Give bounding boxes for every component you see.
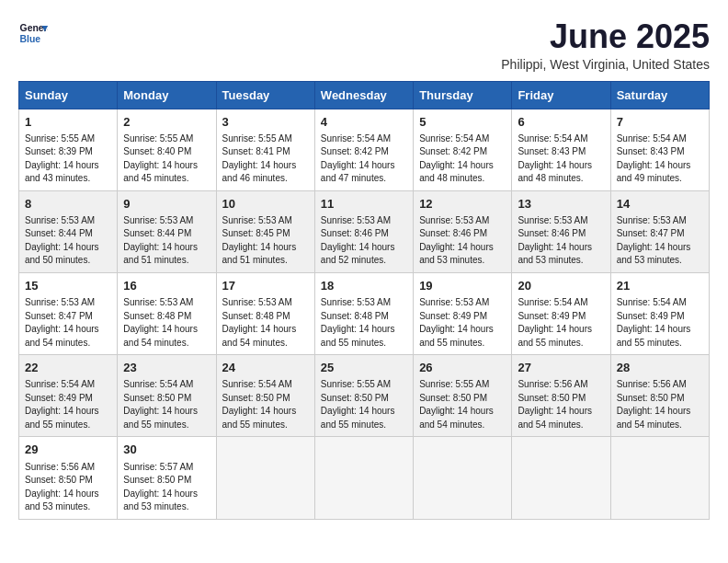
- logo-icon: General Blue: [18, 18, 48, 48]
- day-number: 1: [25, 114, 111, 131]
- table-row: 12Sunrise: 5:53 AMSunset: 8:46 PMDayligh…: [414, 190, 512, 272]
- table-row: [216, 437, 314, 519]
- day-number: 15: [25, 278, 111, 294]
- col-sunday: Sunday: [19, 81, 118, 109]
- col-thursday: Thursday: [414, 81, 512, 109]
- location: Philippi, West Virginia, United States: [501, 57, 710, 72]
- day-number: 16: [123, 278, 210, 294]
- col-friday: Friday: [512, 81, 610, 109]
- day-info: Sunrise: 5:53 AMSunset: 8:48 PMDaylight:…: [321, 296, 407, 350]
- table-row: 20Sunrise: 5:54 AMSunset: 8:49 PMDayligh…: [512, 272, 610, 354]
- day-number: 4: [321, 114, 407, 131]
- day-number: 25: [321, 360, 407, 376]
- table-row: 28Sunrise: 5:56 AMSunset: 8:50 PMDayligh…: [610, 355, 709, 437]
- calendar-week-row: 15Sunrise: 5:53 AMSunset: 8:47 PMDayligh…: [19, 272, 710, 354]
- table-row: 27Sunrise: 5:56 AMSunset: 8:50 PMDayligh…: [512, 355, 610, 437]
- day-number: 24: [222, 360, 309, 376]
- col-tuesday: Tuesday: [216, 81, 314, 109]
- day-info: Sunrise: 5:56 AMSunset: 8:50 PMDaylight:…: [25, 461, 111, 514]
- table-row: [314, 437, 413, 519]
- table-row: 24Sunrise: 5:54 AMSunset: 8:50 PMDayligh…: [216, 355, 314, 437]
- day-info: Sunrise: 5:53 AMSunset: 8:48 PMDaylight:…: [222, 296, 309, 350]
- day-info: Sunrise: 5:54 AMSunset: 8:50 PMDaylight:…: [222, 378, 309, 431]
- day-number: 5: [419, 114, 506, 131]
- logo: General Blue: [18, 18, 48, 48]
- day-number: 3: [222, 114, 309, 131]
- day-info: Sunrise: 5:53 AMSunset: 8:46 PMDaylight:…: [518, 214, 604, 268]
- day-number: 27: [518, 360, 604, 376]
- day-number: 2: [123, 114, 210, 131]
- calendar-table: Sunday Monday Tuesday Wednesday Thursday…: [18, 81, 710, 520]
- day-number: 7: [617, 114, 703, 131]
- col-saturday: Saturday: [610, 81, 709, 109]
- day-info: Sunrise: 5:55 AMSunset: 8:41 PMDaylight:…: [222, 132, 309, 186]
- calendar-week-row: 8Sunrise: 5:53 AMSunset: 8:44 PMDaylight…: [19, 190, 710, 272]
- table-row: 16Sunrise: 5:53 AMSunset: 8:48 PMDayligh…: [118, 272, 216, 354]
- day-number: 17: [222, 278, 309, 294]
- table-row: 23Sunrise: 5:54 AMSunset: 8:50 PMDayligh…: [118, 355, 216, 437]
- day-number: 30: [123, 442, 210, 458]
- table-row: 17Sunrise: 5:53 AMSunset: 8:48 PMDayligh…: [216, 272, 314, 354]
- calendar-week-row: 22Sunrise: 5:54 AMSunset: 8:49 PMDayligh…: [19, 355, 710, 437]
- table-row: 6Sunrise: 5:54 AMSunset: 8:43 PMDaylight…: [512, 109, 610, 190]
- day-number: 10: [222, 196, 309, 213]
- col-wednesday: Wednesday: [314, 81, 413, 109]
- table-row: 30Sunrise: 5:57 AMSunset: 8:50 PMDayligh…: [118, 437, 216, 519]
- day-info: Sunrise: 5:53 AMSunset: 8:46 PMDaylight:…: [419, 214, 506, 268]
- day-info: Sunrise: 5:55 AMSunset: 8:50 PMDaylight:…: [419, 378, 506, 431]
- table-row: 22Sunrise: 5:54 AMSunset: 8:49 PMDayligh…: [19, 355, 118, 437]
- table-row: 19Sunrise: 5:53 AMSunset: 8:49 PMDayligh…: [414, 272, 512, 354]
- day-info: Sunrise: 5:54 AMSunset: 8:49 PMDaylight:…: [518, 296, 604, 350]
- day-number: 18: [321, 278, 407, 294]
- day-info: Sunrise: 5:53 AMSunset: 8:47 PMDaylight:…: [617, 214, 703, 268]
- day-info: Sunrise: 5:54 AMSunset: 8:43 PMDaylight:…: [617, 132, 703, 186]
- table-row: 5Sunrise: 5:54 AMSunset: 8:42 PMDaylight…: [414, 109, 512, 190]
- day-number: 12: [419, 196, 506, 213]
- day-info: Sunrise: 5:57 AMSunset: 8:50 PMDaylight:…: [123, 461, 210, 514]
- table-row: 8Sunrise: 5:53 AMSunset: 8:44 PMDaylight…: [19, 190, 118, 272]
- col-monday: Monday: [118, 81, 216, 109]
- day-info: Sunrise: 5:53 AMSunset: 8:44 PMDaylight:…: [25, 214, 111, 268]
- table-row: 18Sunrise: 5:53 AMSunset: 8:48 PMDayligh…: [314, 272, 413, 354]
- day-info: Sunrise: 5:53 AMSunset: 8:46 PMDaylight:…: [321, 214, 407, 268]
- day-info: Sunrise: 5:55 AMSunset: 8:40 PMDaylight:…: [123, 132, 210, 186]
- day-info: Sunrise: 5:53 AMSunset: 8:47 PMDaylight:…: [25, 296, 111, 350]
- day-number: 20: [518, 278, 604, 294]
- day-number: 21: [617, 278, 703, 294]
- table-row: 7Sunrise: 5:54 AMSunset: 8:43 PMDaylight…: [610, 109, 709, 190]
- table-row: 11Sunrise: 5:53 AMSunset: 8:46 PMDayligh…: [314, 190, 413, 272]
- table-row: 2Sunrise: 5:55 AMSunset: 8:40 PMDaylight…: [118, 109, 216, 190]
- table-row: 10Sunrise: 5:53 AMSunset: 8:45 PMDayligh…: [216, 190, 314, 272]
- day-number: 13: [518, 196, 604, 213]
- table-row: 14Sunrise: 5:53 AMSunset: 8:47 PMDayligh…: [610, 190, 709, 272]
- month-title: June 2025: [501, 18, 710, 55]
- day-info: Sunrise: 5:54 AMSunset: 8:43 PMDaylight:…: [518, 132, 604, 186]
- day-number: 22: [25, 360, 111, 376]
- day-info: Sunrise: 5:54 AMSunset: 8:49 PMDaylight:…: [25, 378, 111, 431]
- day-number: 23: [123, 360, 210, 376]
- day-info: Sunrise: 5:55 AMSunset: 8:39 PMDaylight:…: [25, 132, 111, 186]
- table-row: 25Sunrise: 5:55 AMSunset: 8:50 PMDayligh…: [314, 355, 413, 437]
- day-number: 26: [419, 360, 506, 376]
- day-number: 28: [617, 360, 703, 376]
- table-row: 3Sunrise: 5:55 AMSunset: 8:41 PMDaylight…: [216, 109, 314, 190]
- table-row: [414, 437, 512, 519]
- table-row: [512, 437, 610, 519]
- table-row: 26Sunrise: 5:55 AMSunset: 8:50 PMDayligh…: [414, 355, 512, 437]
- day-number: 14: [617, 196, 703, 213]
- calendar-week-row: 1Sunrise: 5:55 AMSunset: 8:39 PMDaylight…: [19, 109, 710, 190]
- day-number: 19: [419, 278, 506, 294]
- day-number: 9: [123, 196, 210, 213]
- title-area: June 2025 Philippi, West Virginia, Unite…: [501, 18, 710, 72]
- day-info: Sunrise: 5:54 AMSunset: 8:50 PMDaylight:…: [123, 378, 210, 431]
- day-info: Sunrise: 5:53 AMSunset: 8:44 PMDaylight:…: [123, 214, 210, 268]
- day-info: Sunrise: 5:53 AMSunset: 8:45 PMDaylight:…: [222, 214, 309, 268]
- calendar-header-row: Sunday Monday Tuesday Wednesday Thursday…: [19, 81, 710, 109]
- calendar-week-row: 29Sunrise: 5:56 AMSunset: 8:50 PMDayligh…: [19, 437, 710, 519]
- table-row: 1Sunrise: 5:55 AMSunset: 8:39 PMDaylight…: [19, 109, 118, 190]
- day-info: Sunrise: 5:53 AMSunset: 8:48 PMDaylight:…: [123, 296, 210, 350]
- day-info: Sunrise: 5:54 AMSunset: 8:42 PMDaylight:…: [321, 132, 407, 186]
- table-row: 13Sunrise: 5:53 AMSunset: 8:46 PMDayligh…: [512, 190, 610, 272]
- day-info: Sunrise: 5:54 AMSunset: 8:42 PMDaylight:…: [419, 132, 506, 186]
- svg-text:Blue: Blue: [20, 34, 41, 44]
